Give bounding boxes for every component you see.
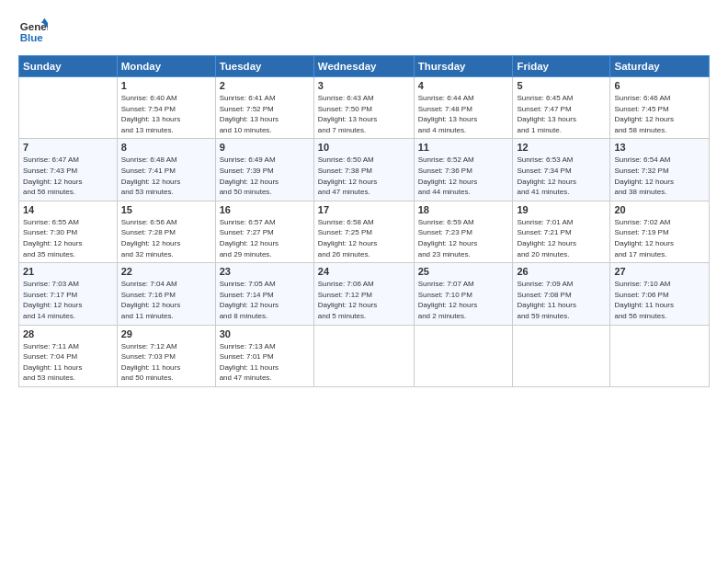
calendar-cell: 9Sunrise: 6:49 AM Sunset: 7:39 PM Daylig…: [215, 139, 313, 201]
day-info: Sunrise: 7:12 AM Sunset: 7:03 PM Dayligh…: [121, 341, 211, 384]
day-info: Sunrise: 7:10 AM Sunset: 7:06 PM Dayligh…: [614, 279, 705, 321]
calendar-cell: 1Sunrise: 6:40 AM Sunset: 7:54 PM Daylig…: [117, 77, 215, 139]
day-number: 10: [318, 142, 410, 153]
day-info: Sunrise: 7:01 AM Sunset: 7:21 PM Dayligh…: [517, 217, 606, 259]
day-info: Sunrise: 6:40 AM Sunset: 7:54 PM Dayligh…: [121, 93, 211, 135]
calendar-week-row: 1Sunrise: 6:40 AM Sunset: 7:54 PM Daylig…: [19, 77, 710, 139]
day-info: Sunrise: 6:48 AM Sunset: 7:41 PM Dayligh…: [121, 155, 211, 197]
day-info: Sunrise: 6:43 AM Sunset: 7:50 PM Dayligh…: [318, 93, 410, 135]
day-info: Sunrise: 7:07 AM Sunset: 7:10 PM Dayligh…: [418, 279, 509, 321]
logo-icon: General Blue: [18, 17, 48, 46]
day-number: 22: [121, 266, 211, 277]
day-number: 16: [220, 204, 310, 215]
calendar-cell: 19Sunrise: 7:01 AM Sunset: 7:21 PM Dayli…: [513, 201, 610, 262]
day-info: Sunrise: 6:47 AM Sunset: 7:43 PM Dayligh…: [23, 155, 113, 197]
day-info: Sunrise: 6:44 AM Sunset: 7:48 PM Dayligh…: [418, 93, 509, 135]
calendar-cell: 26Sunrise: 7:09 AM Sunset: 7:08 PM Dayli…: [513, 263, 610, 325]
day-info: Sunrise: 7:11 AM Sunset: 7:04 PM Dayligh…: [23, 341, 113, 384]
calendar-cell: 4Sunrise: 6:44 AM Sunset: 7:48 PM Daylig…: [414, 77, 513, 139]
day-number: 2: [220, 80, 310, 91]
weekday-header-tuesday: Tuesday: [215, 56, 313, 77]
calendar-cell: 16Sunrise: 6:57 AM Sunset: 7:27 PM Dayli…: [215, 201, 313, 262]
day-number: 29: [121, 328, 211, 339]
day-number: 11: [418, 142, 509, 153]
calendar-cell: 20Sunrise: 7:02 AM Sunset: 7:19 PM Dayli…: [610, 201, 710, 262]
calendar-cell: 21Sunrise: 7:03 AM Sunset: 7:17 PM Dayli…: [19, 263, 118, 325]
day-number: 26: [517, 266, 606, 277]
day-info: Sunrise: 6:52 AM Sunset: 7:36 PM Dayligh…: [418, 155, 509, 197]
calendar-cell: [513, 325, 610, 386]
calendar-cell: 23Sunrise: 7:05 AM Sunset: 7:14 PM Dayli…: [215, 263, 313, 325]
calendar-cell: 30Sunrise: 7:13 AM Sunset: 7:01 PM Dayli…: [215, 325, 313, 386]
calendar-week-row: 28Sunrise: 7:11 AM Sunset: 7:04 PM Dayli…: [19, 325, 710, 386]
calendar-cell: 29Sunrise: 7:12 AM Sunset: 7:03 PM Dayli…: [117, 325, 215, 386]
day-info: Sunrise: 7:02 AM Sunset: 7:19 PM Dayligh…: [614, 217, 705, 259]
calendar-cell: 18Sunrise: 6:59 AM Sunset: 7:23 PM Dayli…: [414, 201, 513, 262]
calendar-cell: 14Sunrise: 6:55 AM Sunset: 7:30 PM Dayli…: [19, 201, 118, 262]
day-info: Sunrise: 6:58 AM Sunset: 7:25 PM Dayligh…: [318, 217, 410, 259]
calendar-cell: [610, 325, 710, 386]
calendar-cell: 11Sunrise: 6:52 AM Sunset: 7:36 PM Dayli…: [414, 139, 513, 201]
day-info: Sunrise: 6:54 AM Sunset: 7:32 PM Dayligh…: [614, 155, 705, 197]
day-number: 14: [23, 204, 113, 215]
calendar-cell: [414, 325, 513, 386]
weekday-header-friday: Friday: [513, 56, 610, 77]
header: General Blue: [18, 17, 710, 46]
day-number: 27: [614, 266, 705, 277]
calendar-table: SundayMondayTuesdayWednesdayThursdayFrid…: [18, 55, 710, 387]
day-number: 15: [121, 204, 211, 215]
day-number: 20: [614, 204, 705, 215]
weekday-header-row: SundayMondayTuesdayWednesdayThursdayFrid…: [19, 56, 710, 77]
calendar-cell: 12Sunrise: 6:53 AM Sunset: 7:34 PM Dayli…: [513, 139, 610, 201]
day-info: Sunrise: 7:13 AM Sunset: 7:01 PM Dayligh…: [220, 341, 310, 384]
weekday-header-saturday: Saturday: [610, 56, 710, 77]
logo: General Blue: [18, 17, 48, 46]
day-info: Sunrise: 6:46 AM Sunset: 7:45 PM Dayligh…: [614, 93, 705, 135]
day-number: 3: [318, 80, 410, 91]
calendar-cell: [19, 77, 118, 139]
calendar-cell: 5Sunrise: 6:45 AM Sunset: 7:47 PM Daylig…: [513, 77, 610, 139]
calendar-cell: 7Sunrise: 6:47 AM Sunset: 7:43 PM Daylig…: [19, 139, 118, 201]
svg-text:Blue: Blue: [20, 32, 44, 43]
weekday-header-monday: Monday: [117, 56, 215, 77]
calendar-cell: [313, 325, 414, 386]
day-info: Sunrise: 7:09 AM Sunset: 7:08 PM Dayligh…: [517, 279, 606, 321]
calendar-week-row: 14Sunrise: 6:55 AM Sunset: 7:30 PM Dayli…: [19, 201, 710, 262]
day-number: 4: [418, 80, 509, 91]
calendar-cell: 27Sunrise: 7:10 AM Sunset: 7:06 PM Dayli…: [610, 263, 710, 325]
day-number: 12: [517, 142, 606, 153]
day-info: Sunrise: 6:49 AM Sunset: 7:39 PM Dayligh…: [220, 155, 310, 197]
calendar-week-row: 21Sunrise: 7:03 AM Sunset: 7:17 PM Dayli…: [19, 263, 710, 325]
calendar-cell: 2Sunrise: 6:41 AM Sunset: 7:52 PM Daylig…: [215, 77, 313, 139]
day-number: 6: [614, 80, 705, 91]
day-number: 18: [418, 204, 509, 215]
calendar-cell: 28Sunrise: 7:11 AM Sunset: 7:04 PM Dayli…: [19, 325, 118, 386]
day-info: Sunrise: 7:06 AM Sunset: 7:12 PM Dayligh…: [318, 279, 410, 321]
day-info: Sunrise: 6:41 AM Sunset: 7:52 PM Dayligh…: [220, 93, 310, 135]
calendar-cell: 8Sunrise: 6:48 AM Sunset: 7:41 PM Daylig…: [117, 139, 215, 201]
day-info: Sunrise: 6:57 AM Sunset: 7:27 PM Dayligh…: [220, 217, 310, 259]
calendar-cell: 24Sunrise: 7:06 AM Sunset: 7:12 PM Dayli…: [313, 263, 414, 325]
day-number: 5: [517, 80, 606, 91]
day-info: Sunrise: 6:53 AM Sunset: 7:34 PM Dayligh…: [517, 155, 606, 197]
calendar-cell: 6Sunrise: 6:46 AM Sunset: 7:45 PM Daylig…: [610, 77, 710, 139]
calendar-cell: 13Sunrise: 6:54 AM Sunset: 7:32 PM Dayli…: [610, 139, 710, 201]
calendar-cell: 25Sunrise: 7:07 AM Sunset: 7:10 PM Dayli…: [414, 263, 513, 325]
day-info: Sunrise: 6:56 AM Sunset: 7:28 PM Dayligh…: [121, 217, 211, 259]
day-number: 7: [23, 142, 113, 153]
weekday-header-sunday: Sunday: [19, 56, 118, 77]
calendar-cell: 22Sunrise: 7:04 AM Sunset: 7:16 PM Dayli…: [117, 263, 215, 325]
weekday-header-wednesday: Wednesday: [313, 56, 414, 77]
day-number: 21: [23, 266, 113, 277]
day-info: Sunrise: 7:04 AM Sunset: 7:16 PM Dayligh…: [121, 279, 211, 321]
weekday-header-thursday: Thursday: [414, 56, 513, 77]
day-info: Sunrise: 7:05 AM Sunset: 7:14 PM Dayligh…: [220, 279, 310, 321]
day-number: 24: [318, 266, 410, 277]
day-number: 19: [517, 204, 606, 215]
calendar-cell: 10Sunrise: 6:50 AM Sunset: 7:38 PM Dayli…: [313, 139, 414, 201]
day-number: 17: [318, 204, 410, 215]
calendar-cell: 3Sunrise: 6:43 AM Sunset: 7:50 PM Daylig…: [313, 77, 414, 139]
day-info: Sunrise: 6:45 AM Sunset: 7:47 PM Dayligh…: [517, 93, 606, 135]
day-number: 23: [220, 266, 310, 277]
day-info: Sunrise: 6:55 AM Sunset: 7:30 PM Dayligh…: [23, 217, 113, 259]
